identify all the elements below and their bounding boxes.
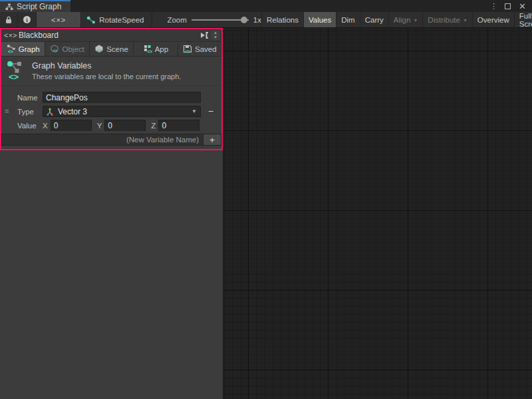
tab-script-graph[interactable]: Script Graph xyxy=(0,0,70,12)
window-menu-icon[interactable]: ⋮ xyxy=(490,2,497,11)
panel-scroll-arrows: ▲ ▼ xyxy=(211,31,220,40)
axis-y-input[interactable] xyxy=(104,120,146,131)
variable-value-row: Value X Y Z xyxy=(1,119,221,132)
axis-z-group: Z xyxy=(151,120,200,131)
new-variable-input[interactable] xyxy=(1,134,203,146)
dock-panel-icon[interactable] xyxy=(200,32,209,39)
zoom-control: Zoom 1x xyxy=(167,12,261,27)
tab-object[interactable]: <> Object xyxy=(45,42,89,56)
chevron-down-icon: ▼ xyxy=(192,108,197,114)
axis-z-label: Z xyxy=(151,122,156,130)
distribute-label: Distribute xyxy=(428,16,460,24)
axis-x-input[interactable] xyxy=(51,120,92,131)
align-button[interactable]: Align ▼ xyxy=(388,12,423,27)
graph-canvas[interactable] xyxy=(223,28,532,399)
graph-toolbar: i <×> RotateSpeed Zoom 1x xyxy=(0,12,532,28)
svg-text:<>: <> xyxy=(8,49,13,54)
scene-tab-icon: <> xyxy=(94,45,104,53)
graph-variables-icon: <> xyxy=(7,61,25,80)
axis-x-label: X xyxy=(43,122,48,130)
overview-button[interactable]: Overview xyxy=(472,12,514,27)
blackboard-tabs: <> Graph <> Object xyxy=(1,42,221,57)
carry-button[interactable]: Carry xyxy=(360,12,388,27)
blackboard-header: <×> Blackboard ▲ ▼ xyxy=(1,29,221,42)
script-graph-icon xyxy=(5,3,13,11)
script-graph-window: Script Graph ⋮ ✕ i <×> xyxy=(0,0,532,399)
graph-variables-section-header: <> Graph Variables These variables are l… xyxy=(1,57,221,86)
axis-y-label: Y xyxy=(97,122,102,130)
tab-saved-label: Saved xyxy=(195,45,217,53)
scroll-up-icon[interactable]: ▲ xyxy=(211,31,220,35)
zoom-slider-track xyxy=(192,19,249,21)
object-tab-icon: <> xyxy=(50,45,59,53)
chevron-down-icon: ▼ xyxy=(413,17,418,23)
svg-text:<>: <> xyxy=(53,49,58,53)
tab-app-label: App xyxy=(155,45,168,53)
tab-saved[interactable]: <> Saved xyxy=(178,42,221,56)
svg-text:<>: <> xyxy=(186,49,191,54)
variable-type-dropdown[interactable]: Vector 3 ▼ xyxy=(43,106,201,117)
vector3-icon xyxy=(45,107,55,116)
app-tab-icon: <> xyxy=(143,45,152,53)
blackboard-highlight-region: <×> Blackboard ▲ ▼ xyxy=(0,28,223,150)
tab-graph-label: Graph xyxy=(19,45,40,53)
toolbar-actions: Relations Values Dim Carry Align ▼ Distr… xyxy=(261,12,532,27)
name-label: Name xyxy=(17,94,43,102)
axis-z-input[interactable] xyxy=(158,120,200,131)
svg-text:<>: <> xyxy=(9,72,19,80)
new-variable-row: + xyxy=(1,134,221,146)
graph-tab-icon: <> xyxy=(7,45,16,53)
full-screen-button[interactable]: Full Screen xyxy=(514,12,532,27)
type-value: Vector 3 xyxy=(58,107,87,116)
remove-variable-button[interactable]: − xyxy=(205,106,216,116)
carry-label: Carry xyxy=(365,16,384,24)
section-description: These variables are local to the current… xyxy=(32,72,181,80)
relations-button[interactable]: Relations xyxy=(261,12,303,27)
zoom-label: Zoom xyxy=(167,16,186,24)
scroll-down-icon[interactable]: ▼ xyxy=(211,35,220,40)
window-maximize-icon[interactable] xyxy=(505,3,511,9)
values-label: Values xyxy=(309,16,331,24)
variable-name-input[interactable] xyxy=(43,92,201,103)
chevron-down-icon: ▼ xyxy=(463,17,467,23)
dim-label: Dim xyxy=(341,16,354,24)
section-title: Graph Variables xyxy=(32,61,181,70)
window-close-icon[interactable]: ✕ xyxy=(519,3,526,9)
values-button[interactable]: Values xyxy=(303,12,336,27)
add-variable-button[interactable]: + xyxy=(203,134,221,146)
graph-node-icon xyxy=(86,16,96,24)
align-label: Align xyxy=(394,16,411,24)
lock-button[interactable] xyxy=(0,12,18,27)
blackboard-title: Blackboard xyxy=(19,31,59,40)
code-view-toggle[interactable]: <×> xyxy=(37,12,81,27)
drag-handle-icon[interactable]: = xyxy=(5,107,9,115)
graph-breadcrumb[interactable]: RotateSpeed xyxy=(81,12,152,27)
tab-scene[interactable]: <> Scene xyxy=(90,42,134,56)
full-screen-label: Full Screen xyxy=(519,12,532,28)
overview-label: Overview xyxy=(477,16,509,24)
tab-object-label: Object xyxy=(62,45,84,53)
axis-y-group: Y xyxy=(97,120,146,131)
saved-tab-icon: <> xyxy=(183,45,192,53)
tab-scene-label: Scene xyxy=(106,45,128,53)
lock-icon xyxy=(5,16,12,24)
window-controls: ⋮ ✕ xyxy=(490,0,532,12)
svg-text:<>: <> xyxy=(97,49,102,53)
axis-x-group: X xyxy=(43,120,92,131)
variable-name-row: Name xyxy=(1,91,221,104)
tab-title: Script Graph xyxy=(17,2,61,11)
info-button[interactable]: i xyxy=(18,12,37,27)
tab-graph[interactable]: <> Graph xyxy=(1,42,45,56)
zoom-slider-thumb[interactable] xyxy=(241,17,247,23)
variable-type-row: = Type xyxy=(1,105,221,118)
window-tab-strip: Script Graph ⋮ ✕ xyxy=(0,0,532,12)
tab-app[interactable]: <> App xyxy=(134,42,178,56)
zoom-level-value: 1x xyxy=(253,16,261,24)
dim-button[interactable]: Dim xyxy=(336,12,359,27)
value-label: Value xyxy=(17,122,43,130)
type-label: Type xyxy=(17,108,43,116)
distribute-button[interactable]: Distribute ▼ xyxy=(422,12,472,27)
zoom-slider[interactable] xyxy=(192,17,249,23)
blackboard-empty-area xyxy=(0,150,223,399)
blackboard-icon: <×> xyxy=(4,31,17,39)
